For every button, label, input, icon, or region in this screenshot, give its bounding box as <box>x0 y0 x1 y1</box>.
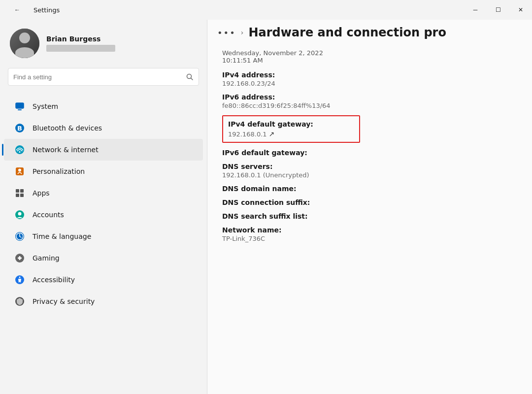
privacy-icon <box>14 296 26 307</box>
svg-rect-3 <box>16 103 24 108</box>
sidebar-item-label-accessibility: Accessibility <box>33 276 75 284</box>
info-value-ipv4: 192.168.0.23/24 <box>222 80 517 87</box>
user-profile: Brian Burgess <box>0 20 207 68</box>
svg-text:B: B <box>17 125 22 132</box>
info-row-dnsconn: DNS connection suffix: <box>222 198 517 206</box>
info-row-ipv6gw: IPv6 default gateway: <box>222 149 517 157</box>
sidebar-item-label-system: System <box>33 102 58 110</box>
info-row-ipv6: IPv6 address: fe80::86cc:d319:6f25:84ff%… <box>222 93 517 109</box>
sidebar-item-label-apps: Apps <box>33 189 50 197</box>
avatar-image <box>10 29 39 58</box>
info-value-netname: TP-Link_736C <box>222 235 517 242</box>
svg-point-25 <box>19 277 21 278</box>
info-row-dnssearch: DNS search suffix list: <box>222 212 517 220</box>
user-name: Brian Burgess <box>46 35 115 43</box>
user-info: Brian Burgess <box>46 35 115 52</box>
sidebar-item-gaming[interactable]: Gaming <box>4 247 203 269</box>
minimize-button[interactable]: ─ <box>464 0 487 20</box>
info-row-dnsdomain: DNS domain name: <box>222 185 517 193</box>
svg-line-1 <box>191 78 193 80</box>
sidebar-item-accessibility[interactable]: Accessibility <box>4 269 203 291</box>
info-label-dns: DNS servers: <box>222 163 517 170</box>
content-header: ••• › Hardware and connection pro <box>207 20 532 44</box>
info-label-ipv4: IPv4 address: <box>222 71 517 79</box>
system-icon <box>14 100 26 112</box>
sidebar-item-label-time: Time & language <box>33 232 91 240</box>
info-label-dnssearch: DNS search suffix list: <box>222 212 517 220</box>
page-title: Hardware and connection pro <box>248 26 446 39</box>
sidebar-item-label-accounts: Accounts <box>33 211 64 219</box>
breadcrumb-arrow: › <box>241 29 244 36</box>
info-label-ipv6gw: IPv6 default gateway: <box>222 149 517 157</box>
svg-rect-4 <box>18 109 22 110</box>
timestamp-date: Wednesday, November 2, 2022 10:11:51 AM <box>222 49 517 64</box>
sidebar-item-label-personalization: Personalization <box>33 167 85 175</box>
info-value-ipv4gw: 192.168.0.1↗ <box>228 130 354 138</box>
back-button[interactable]: ← <box>6 0 29 20</box>
titlebar: ← Settings ─ ☐ ✕ <box>0 0 532 20</box>
bluetooth-icon: B <box>14 122 26 134</box>
titlebar-controls: ─ ☐ ✕ <box>464 0 532 20</box>
network-icon <box>14 144 26 156</box>
titlebar-title: Settings <box>33 6 60 14</box>
info-label-ipv6: IPv6 address: <box>222 93 517 101</box>
search-container <box>0 68 207 94</box>
sidebar-item-privacy[interactable]: Privacy & security <box>4 291 203 312</box>
titlebar-left: ← Settings <box>6 0 60 20</box>
sidebar: Brian Burgess System B <box>0 20 207 394</box>
apps-icon <box>14 187 26 199</box>
accounts-icon <box>14 209 26 221</box>
sidebar-item-bluetooth[interactable]: B Bluetooth & devices <box>4 117 203 139</box>
info-label-dnsconn: DNS connection suffix: <box>222 198 517 206</box>
svg-rect-11 <box>16 189 19 193</box>
info-label-netname: Network name: <box>222 226 517 234</box>
access-icon <box>14 274 26 286</box>
info-value-ipv6: fe80::86cc:d319:6f25:84ff%13/64 <box>222 102 517 109</box>
search-icon <box>186 73 194 81</box>
info-label-ipv4gw: IPv4 default gateway: <box>228 120 354 128</box>
svg-point-8 <box>19 151 21 153</box>
sidebar-item-personalization[interactable]: Personalization <box>4 161 203 182</box>
sidebar-item-apps[interactable]: Apps <box>4 182 203 204</box>
svg-point-10 <box>18 169 21 172</box>
sidebar-item-label-privacy: Privacy & security <box>33 297 95 305</box>
gaming-icon <box>14 252 26 264</box>
maximize-button[interactable]: ☐ <box>487 0 509 20</box>
svg-rect-23 <box>19 256 21 260</box>
user-email-bar <box>46 45 115 52</box>
info-value-dns: 192.168.0.1 (Unencrypted) <box>222 171 517 179</box>
timestamp-time-text: 10:11:51 AM <box>222 57 263 64</box>
search-input[interactable] <box>13 73 182 81</box>
svg-point-16 <box>18 212 22 216</box>
svg-rect-14 <box>20 194 24 197</box>
app-body: Brian Burgess System B <box>0 20 532 394</box>
sidebar-item-label-network: Network & internet <box>33 146 99 154</box>
info-row-ipv4: IPv4 address: 192.168.0.23/24 <box>222 71 517 87</box>
svg-rect-13 <box>16 194 19 197</box>
sidebar-item-accounts[interactable]: Accounts <box>4 204 203 226</box>
cursor-indicator: ↗ <box>269 130 275 138</box>
time-icon <box>14 230 26 242</box>
close-button[interactable]: ✕ <box>509 0 532 20</box>
sidebar-item-system[interactable]: System <box>4 96 203 117</box>
nav-list: System B Bluetooth & devices Network & i… <box>0 94 207 314</box>
search-box[interactable] <box>8 68 199 86</box>
sidebar-item-label-gaming: Gaming <box>33 254 60 262</box>
person-icon <box>14 165 26 177</box>
content-area: ••• › Hardware and connection pro Wednes… <box>207 20 532 394</box>
info-section: Wednesday, November 2, 2022 10:11:51 AM … <box>222 49 517 242</box>
breadcrumb-dots[interactable]: ••• <box>217 28 236 38</box>
avatar <box>10 29 39 58</box>
sidebar-item-label-bluetooth: Bluetooth & devices <box>33 124 102 132</box>
info-label-dnsdomain: DNS domain name: <box>222 185 517 193</box>
svg-rect-12 <box>20 189 24 193</box>
content-body: Wednesday, November 2, 2022 10:11:51 AM … <box>207 44 532 394</box>
info-row-dns: DNS servers: 192.168.0.1 (Unencrypted) <box>222 163 517 179</box>
info-row-netname: Network name: TP-Link_736C <box>222 226 517 242</box>
sidebar-item-network[interactable]: Network & internet <box>4 139 203 161</box>
sidebar-item-time[interactable]: Time & language <box>4 226 203 247</box>
timestamp-date-text: Wednesday, November 2, 2022 <box>222 49 323 57</box>
info-highlighted-ipv4gw: IPv4 default gateway: 192.168.0.1↗ <box>222 115 360 143</box>
